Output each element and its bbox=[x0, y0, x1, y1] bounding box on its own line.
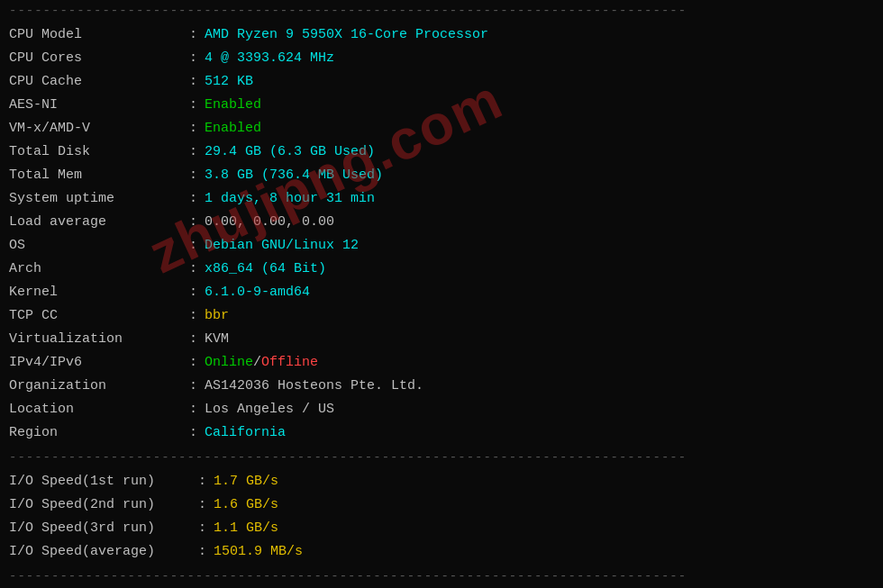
location-value: Los Angeles / US bbox=[205, 399, 334, 421]
kernel-value: 6.1.0-9-amd64 bbox=[205, 282, 310, 303]
kernel-row: Kernel : 6.1.0-9-amd64 bbox=[9, 281, 874, 304]
kernel-label: Kernel bbox=[9, 282, 189, 303]
arch-row: Arch : x86_64 (64 Bit) bbox=[9, 258, 874, 281]
io-speed-section: I/O Speed(1st run) : 1.7 GB/s I/O Speed(… bbox=[0, 468, 883, 565]
total-disk-value: 29.4 GB (6.3 GB Used) bbox=[205, 141, 375, 163]
organization-value: AS142036 Hosteons Pte. Ltd. bbox=[205, 375, 423, 397]
load-average-value: 0.00, 0.00, 0.00 bbox=[205, 212, 334, 233]
virtualization-value: KVM bbox=[205, 329, 229, 350]
system-uptime-label: System uptime bbox=[9, 188, 189, 210]
io-average-label: I/O Speed(average) bbox=[9, 541, 198, 563]
arch-label: Arch bbox=[9, 258, 189, 280]
system-uptime-value: 1 days, 8 hour 31 min bbox=[205, 188, 375, 210]
io-run1-row: I/O Speed(1st run) : 1.7 GB/s bbox=[9, 470, 874, 493]
tcp-cc-value: bbr bbox=[205, 305, 229, 327]
aes-ni-label: AES-NI bbox=[9, 95, 189, 116]
terminal-window: zhujipng.com ---------------------------… bbox=[0, 0, 883, 588]
ipv4-ipv6-label: IPv4/IPv6 bbox=[9, 352, 189, 374]
tcp-cc-row: TCP CC : bbr bbox=[9, 304, 874, 328]
total-mem-row: Total Mem : 3.8 GB (736.4 MB Used) bbox=[9, 164, 874, 187]
io-run3-label: I/O Speed(3rd run) bbox=[9, 518, 198, 539]
cpu-cores-label: CPU Cores bbox=[9, 48, 189, 69]
virtualization-label: Virtualization bbox=[9, 329, 189, 350]
cpu-cache-label: CPU Cache bbox=[9, 71, 189, 93]
ipv4-ipv6-row: IPv4/IPv6 : Online / Offline bbox=[9, 351, 874, 375]
cpu-model-label: CPU Model bbox=[9, 24, 189, 46]
middle-divider: ----------------------------------------… bbox=[0, 447, 883, 468]
os-value: Debian GNU/Linux 12 bbox=[205, 235, 359, 257]
cpu-cores-value: 4 @ 3393.624 MHz bbox=[205, 48, 334, 69]
aes-ni-value: Enabled bbox=[205, 95, 261, 116]
virtualization-row: Virtualization : KVM bbox=[9, 328, 874, 351]
io-run2-label: I/O Speed(2nd run) bbox=[9, 494, 198, 516]
system-uptime-row: System uptime : 1 days, 8 hour 31 min bbox=[9, 187, 874, 211]
vm-amd-v-value: Enabled bbox=[205, 118, 261, 140]
total-mem-label: Total Mem bbox=[9, 165, 189, 186]
region-row: Region : California bbox=[9, 421, 874, 445]
total-disk-row: Total Disk : 29.4 GB (6.3 GB Used) bbox=[9, 140, 874, 164]
location-label: Location bbox=[9, 399, 189, 421]
cpu-model-value: AMD Ryzen 9 5950X 16-Core Processor bbox=[205, 24, 488, 46]
organization-label: Organization bbox=[9, 375, 189, 397]
io-run2-row: I/O Speed(2nd run) : 1.6 GB/s bbox=[9, 493, 874, 517]
bottom-divider: ----------------------------------------… bbox=[0, 565, 883, 587]
location-row: Location : Los Angeles / US bbox=[9, 398, 874, 421]
os-label: OS bbox=[9, 235, 189, 257]
io-run1-value: 1.7 GB/s bbox=[214, 471, 278, 493]
cpu-cache-row: CPU Cache : 512 KB bbox=[9, 70, 874, 94]
io-run1-label: I/O Speed(1st run) bbox=[9, 471, 198, 493]
aes-ni-row: AES-NI : Enabled bbox=[9, 94, 874, 117]
cpu-model-row: CPU Model : AMD Ryzen 9 5950X 16-Core Pr… bbox=[9, 23, 874, 47]
io-run2-value: 1.6 GB/s bbox=[214, 494, 278, 516]
cpu-cores-row: CPU Cores : 4 @ 3393.624 MHz bbox=[9, 47, 874, 70]
ipv4-value: Online bbox=[205, 352, 253, 374]
os-row: OS : Debian GNU/Linux 12 bbox=[9, 234, 874, 258]
vm-amd-v-label: VM-x/AMD-V bbox=[9, 118, 189, 140]
total-disk-label: Total Disk bbox=[9, 141, 189, 163]
ipv6-value: Offline bbox=[261, 352, 318, 374]
total-mem-value: 3.8 GB (736.4 MB Used) bbox=[205, 165, 383, 186]
io-average-value: 1501.9 MB/s bbox=[214, 541, 303, 563]
ipv4-ipv6-slash: / bbox=[253, 352, 261, 374]
region-value: California bbox=[205, 422, 286, 444]
vm-amd-v-row: VM-x/AMD-V : Enabled bbox=[9, 117, 874, 140]
tcp-cc-label: TCP CC bbox=[9, 305, 189, 327]
load-average-row: Load average : 0.00, 0.00, 0.00 bbox=[9, 211, 874, 234]
io-average-row: I/O Speed(average) : 1501.9 MB/s bbox=[9, 540, 874, 564]
cpu-cache-value: 512 KB bbox=[205, 71, 253, 93]
io-run3-row: I/O Speed(3rd run) : 1.1 GB/s bbox=[9, 517, 874, 540]
io-run3-value: 1.1 GB/s bbox=[214, 518, 278, 539]
load-average-label: Load average bbox=[9, 212, 189, 233]
organization-row: Organization : AS142036 Hosteons Pte. Lt… bbox=[9, 375, 874, 398]
arch-value: x86_64 (64 Bit) bbox=[205, 258, 326, 280]
top-divider: ----------------------------------------… bbox=[0, 0, 883, 22]
region-label: Region bbox=[9, 422, 189, 444]
system-info-table: CPU Model : AMD Ryzen 9 5950X 16-Core Pr… bbox=[0, 22, 883, 447]
